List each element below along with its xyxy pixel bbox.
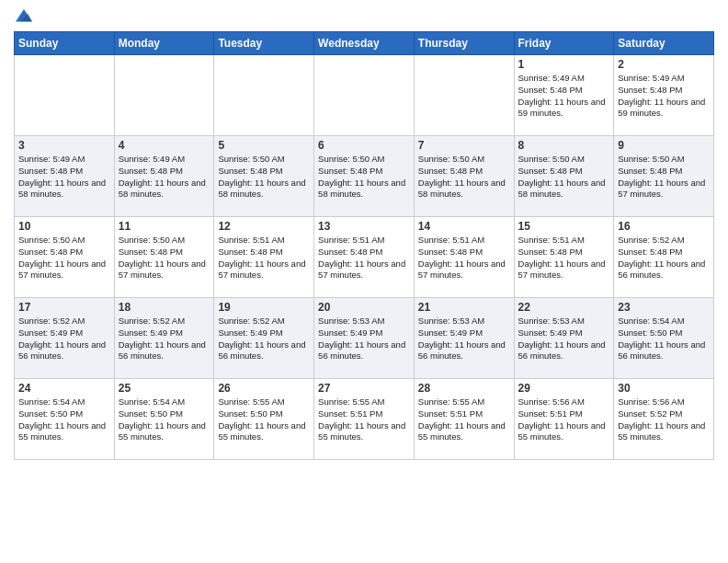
cell-daylight-info: Sunrise: 5:54 AMSunset: 5:50 PMDaylight:… [618,316,710,362]
calendar-cell: 15Sunrise: 5:51 AMSunset: 5:48 PMDayligh… [514,217,614,298]
day-number: 23 [618,301,710,314]
weekday-header-saturday: Saturday [614,32,714,55]
day-number: 30 [618,382,710,395]
calendar-cell: 12Sunrise: 5:51 AMSunset: 5:48 PMDayligh… [214,217,314,298]
calendar-row-0: 1Sunrise: 5:49 AMSunset: 5:48 PMDaylight… [15,55,714,136]
day-number: 6 [318,139,410,152]
calendar-cell: 20Sunrise: 5:53 AMSunset: 5:49 PMDayligh… [314,298,415,379]
calendar-cell: 13Sunrise: 5:51 AMSunset: 5:48 PMDayligh… [314,217,415,298]
header [14,9,714,24]
day-number: 5 [218,139,310,152]
calendar-cell: 2Sunrise: 5:49 AMSunset: 5:48 PMDaylight… [614,55,714,136]
cell-daylight-info: Sunrise: 5:50 AMSunset: 5:48 PMDaylight:… [119,235,210,282]
calendar-cell: 22Sunrise: 5:53 AMSunset: 5:49 PMDayligh… [514,298,614,379]
cell-daylight-info: Sunrise: 5:55 AMSunset: 5:51 PMDaylight:… [318,396,410,443]
cell-daylight-info: Sunrise: 5:52 AMSunset: 5:49 PMDaylight:… [119,316,210,362]
day-number: 29 [518,382,610,395]
calendar-cell: 23Sunrise: 5:54 AMSunset: 5:50 PMDayligh… [614,298,714,379]
cell-daylight-info: Sunrise: 5:50 AMSunset: 5:48 PMDaylight:… [318,154,410,201]
logo-area [14,9,32,24]
cell-daylight-info: Sunrise: 5:50 AMSunset: 5:48 PMDaylight:… [418,154,510,201]
cell-daylight-info: Sunrise: 5:56 AMSunset: 5:52 PMDaylight:… [618,396,710,443]
cell-daylight-info: Sunrise: 5:52 AMSunset: 5:48 PMDaylight:… [618,235,710,282]
cell-daylight-info: Sunrise: 5:51 AMSunset: 5:48 PMDaylight:… [418,235,510,282]
calendar-cell [214,55,314,136]
day-number: 13 [318,220,410,233]
day-number: 17 [18,301,110,314]
calendar-cell [15,55,115,136]
calendar-cell: 27Sunrise: 5:55 AMSunset: 5:51 PMDayligh… [314,379,415,460]
day-number: 18 [119,301,210,314]
calendar-cell: 4Sunrise: 5:49 AMSunset: 5:48 PMDaylight… [114,136,214,217]
calendar-table: SundayMondayTuesdayWednesdayThursdayFrid… [14,31,714,460]
day-number: 10 [18,220,110,233]
cell-daylight-info: Sunrise: 5:49 AMSunset: 5:48 PMDaylight:… [518,73,610,120]
calendar-cell: 6Sunrise: 5:50 AMSunset: 5:48 PMDaylight… [314,136,415,217]
page: SundayMondayTuesdayWednesdayThursdayFrid… [0,0,728,474]
calendar-header-row: SundayMondayTuesdayWednesdayThursdayFrid… [15,32,714,55]
day-number: 12 [218,220,310,233]
day-number: 16 [618,220,710,233]
cell-daylight-info: Sunrise: 5:50 AMSunset: 5:48 PMDaylight:… [518,154,610,201]
cell-daylight-info: Sunrise: 5:53 AMSunset: 5:49 PMDaylight:… [318,316,410,362]
day-number: 4 [119,139,210,152]
cell-daylight-info: Sunrise: 5:50 AMSunset: 5:48 PMDaylight:… [18,235,110,282]
calendar-cell: 21Sunrise: 5:53 AMSunset: 5:49 PMDayligh… [414,298,514,379]
day-number: 14 [418,220,510,233]
calendar-cell [314,55,415,136]
calendar-cell: 7Sunrise: 5:50 AMSunset: 5:48 PMDaylight… [414,136,514,217]
cell-daylight-info: Sunrise: 5:53 AMSunset: 5:49 PMDaylight:… [518,316,610,362]
calendar-cell: 5Sunrise: 5:50 AMSunset: 5:48 PMDaylight… [214,136,314,217]
cell-daylight-info: Sunrise: 5:49 AMSunset: 5:48 PMDaylight:… [18,154,110,201]
day-number: 26 [218,382,310,395]
day-number: 20 [318,301,410,314]
calendar-row-2: 10Sunrise: 5:50 AMSunset: 5:48 PMDayligh… [15,217,714,298]
calendar-cell [114,55,214,136]
calendar-cell: 29Sunrise: 5:56 AMSunset: 5:51 PMDayligh… [514,379,614,460]
cell-daylight-info: Sunrise: 5:55 AMSunset: 5:51 PMDaylight:… [418,396,510,443]
calendar-cell: 16Sunrise: 5:52 AMSunset: 5:48 PMDayligh… [614,217,714,298]
weekday-header-friday: Friday [514,32,614,55]
calendar-cell: 26Sunrise: 5:55 AMSunset: 5:50 PMDayligh… [214,379,314,460]
day-number: 8 [518,139,610,152]
weekday-header-sunday: Sunday [15,32,115,55]
calendar-cell: 24Sunrise: 5:54 AMSunset: 5:50 PMDayligh… [15,379,115,460]
weekday-header-thursday: Thursday [414,32,514,55]
day-number: 9 [618,139,710,152]
weekday-header-monday: Monday [114,32,214,55]
day-number: 3 [18,139,110,152]
cell-daylight-info: Sunrise: 5:51 AMSunset: 5:48 PMDaylight:… [518,235,610,282]
calendar-cell: 11Sunrise: 5:50 AMSunset: 5:48 PMDayligh… [114,217,214,298]
calendar-cell: 14Sunrise: 5:51 AMSunset: 5:48 PMDayligh… [414,217,514,298]
calendar-cell: 17Sunrise: 5:52 AMSunset: 5:49 PMDayligh… [15,298,115,379]
cell-daylight-info: Sunrise: 5:49 AMSunset: 5:48 PMDaylight:… [618,73,710,120]
calendar-cell: 19Sunrise: 5:52 AMSunset: 5:49 PMDayligh… [214,298,314,379]
cell-daylight-info: Sunrise: 5:55 AMSunset: 5:50 PMDaylight:… [218,396,310,443]
day-number: 7 [418,139,510,152]
day-number: 2 [618,58,710,71]
day-number: 25 [119,382,210,395]
day-number: 24 [18,382,110,395]
calendar-cell: 3Sunrise: 5:49 AMSunset: 5:48 PMDaylight… [15,136,115,217]
calendar-cell: 25Sunrise: 5:54 AMSunset: 5:50 PMDayligh… [114,379,214,460]
calendar-cell: 28Sunrise: 5:55 AMSunset: 5:51 PMDayligh… [414,379,514,460]
cell-daylight-info: Sunrise: 5:49 AMSunset: 5:48 PMDaylight:… [119,154,210,201]
calendar-cell: 30Sunrise: 5:56 AMSunset: 5:52 PMDayligh… [614,379,714,460]
calendar-row-3: 17Sunrise: 5:52 AMSunset: 5:49 PMDayligh… [15,298,714,379]
day-number: 28 [418,382,510,395]
cell-daylight-info: Sunrise: 5:51 AMSunset: 5:48 PMDaylight:… [318,235,410,282]
day-number: 11 [119,220,210,233]
weekday-header-tuesday: Tuesday [214,32,314,55]
cell-daylight-info: Sunrise: 5:50 AMSunset: 5:48 PMDaylight:… [218,154,310,201]
calendar-cell: 10Sunrise: 5:50 AMSunset: 5:48 PMDayligh… [15,217,115,298]
logo [14,9,32,28]
cell-daylight-info: Sunrise: 5:52 AMSunset: 5:49 PMDaylight:… [18,316,110,362]
calendar-cell: 1Sunrise: 5:49 AMSunset: 5:48 PMDaylight… [514,55,614,136]
cell-daylight-info: Sunrise: 5:54 AMSunset: 5:50 PMDaylight:… [119,396,210,443]
cell-daylight-info: Sunrise: 5:50 AMSunset: 5:48 PMDaylight:… [618,154,710,201]
calendar-cell [414,55,514,136]
cell-daylight-info: Sunrise: 5:56 AMSunset: 5:51 PMDaylight:… [518,396,610,443]
day-number: 15 [518,220,610,233]
day-number: 1 [518,58,610,71]
calendar-row-4: 24Sunrise: 5:54 AMSunset: 5:50 PMDayligh… [15,379,714,460]
